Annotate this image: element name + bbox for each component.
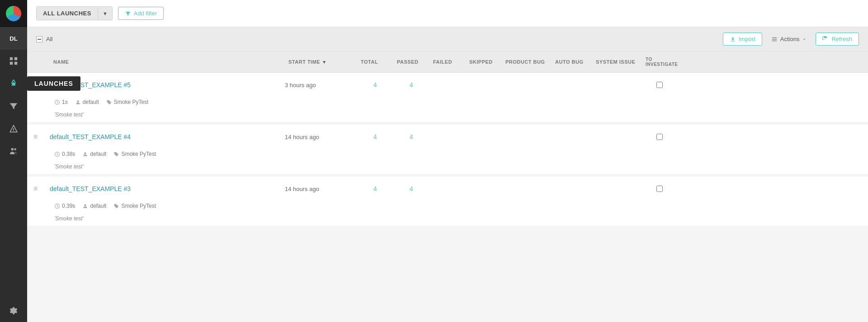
stat-passed: 4 xyxy=(393,185,429,192)
table-row: ≡ default_TEST_EXAMPLE #5 3 hours ago 4 … xyxy=(27,73,868,123)
row-checkbox[interactable] xyxy=(656,186,663,192)
warning-icon xyxy=(9,124,19,134)
sort-arrow-icon: ▼ xyxy=(322,60,326,65)
row-menu-icon[interactable]: ≡ xyxy=(32,131,50,143)
row-user: default xyxy=(82,203,106,209)
minus-icon xyxy=(38,39,41,40)
row-tags: Smoke PyTest xyxy=(113,203,156,209)
add-filter-button[interactable]: Add filter xyxy=(118,7,164,20)
launch-name[interactable]: default_TEST_EXAMPLE #3 xyxy=(50,185,285,192)
refresh-icon xyxy=(822,36,829,42)
app-logo xyxy=(0,0,27,27)
start-time: 14 hours ago xyxy=(285,134,357,140)
import-label: Import xyxy=(739,36,755,42)
th-auto-bug: AUTO BUG xyxy=(552,51,592,72)
sidebar-item-launches[interactable]: LAUNCHES xyxy=(0,72,27,95)
th-passed: PASSED xyxy=(393,51,429,72)
table-rows: ≡ default_TEST_EXAMPLE #5 3 hours ago 4 … xyxy=(27,73,868,227)
clock-icon xyxy=(54,203,60,209)
sidebar-item-members[interactable] xyxy=(0,140,27,163)
all-label: All xyxy=(46,36,52,42)
table-row: ≡ default_TEST_EXAMPLE #4 14 hours ago 4… xyxy=(27,125,868,175)
select-all-checkbox[interactable] xyxy=(36,36,42,42)
launches-dropdown-label: ALL LAUNCHES xyxy=(37,7,98,20)
row-main-0: ≡ default_TEST_EXAMPLE #5 3 hours ago 4 … xyxy=(27,73,868,97)
users-icon xyxy=(9,146,19,156)
row-main-2: ≡ default_TEST_EXAMPLE #3 14 hours ago 4… xyxy=(27,177,868,201)
row-main-1: ≡ default_TEST_EXAMPLE #4 14 hours ago 4… xyxy=(27,125,868,149)
row-tags: Smoke PyTest xyxy=(106,99,149,105)
refresh-button[interactable]: Refresh xyxy=(816,33,859,46)
logo-circle-icon xyxy=(6,6,21,21)
th-menu xyxy=(32,51,50,72)
main-content: ALL LAUNCHES ▼ Add filter All Import xyxy=(27,0,868,322)
th-skipped: SKIPPED xyxy=(466,51,502,72)
row-details: 0.38s default Smoke PyTest xyxy=(27,149,868,163)
th-start-time[interactable]: START TIME ▼ xyxy=(285,51,357,72)
th-product-bug: PRODUCT BUG xyxy=(502,51,552,72)
row-description: 'Smoke test' xyxy=(27,111,868,122)
row-menu-icon[interactable]: ≡ xyxy=(32,183,50,195)
settings-icon xyxy=(9,306,19,316)
row-user: default xyxy=(82,151,106,157)
sidebar-item-defects[interactable] xyxy=(0,117,27,140)
tag-icon xyxy=(113,151,119,157)
row-checkbox[interactable] xyxy=(656,82,663,88)
th-to-investigate: TO INVESTIGATE xyxy=(642,51,665,72)
row-duration: 0.38s xyxy=(54,151,75,157)
table-area: All Import Actions Refresh xyxy=(27,27,868,322)
svg-rect-3 xyxy=(14,62,17,65)
svg-rect-2 xyxy=(10,62,13,65)
row-description: 'Smoke test' xyxy=(27,163,868,174)
sidebar-tooltip: LAUNCHES xyxy=(27,76,80,91)
toolbar-left: All xyxy=(36,36,723,42)
launch-name[interactable]: default_TEST_EXAMPLE #5 xyxy=(50,81,285,89)
th-total: TOTAL xyxy=(357,51,393,72)
row-details: 1s default Smoke PyTest xyxy=(27,97,868,111)
svg-rect-10 xyxy=(772,39,777,39)
sidebar-item-filters[interactable] xyxy=(0,95,27,117)
row-duration: 1s xyxy=(54,99,68,105)
rocket-icon xyxy=(9,79,19,89)
svg-rect-0 xyxy=(10,57,13,60)
avatar[interactable]: DL xyxy=(0,27,27,50)
row-checkbox[interactable] xyxy=(656,134,663,140)
row-user: default xyxy=(75,99,99,105)
table-toolbar: All Import Actions Refresh xyxy=(27,27,868,51)
filter-icon xyxy=(9,101,19,111)
svg-rect-9 xyxy=(772,37,777,37)
launch-name[interactable]: default_TEST_EXAMPLE #4 xyxy=(50,133,285,140)
start-time: 14 hours ago xyxy=(285,186,357,192)
svg-rect-1 xyxy=(14,57,17,60)
actions-button[interactable]: Actions xyxy=(767,33,811,45)
tag-icon xyxy=(113,203,119,209)
tag-icon xyxy=(106,99,112,105)
stat-passed: 4 xyxy=(393,81,429,89)
add-filter-label: Add filter xyxy=(134,10,157,17)
row-description: 'Smoke test' xyxy=(27,215,868,226)
toolbar-right: Import Actions Refresh xyxy=(723,33,859,46)
table-header: NAME START TIME ▼ TOTAL PASSED FAILED SK… xyxy=(27,51,868,73)
table-row: ≡ default_TEST_EXAMPLE #3 14 hours ago 4… xyxy=(27,177,868,227)
dropdown-chevron-icon[interactable]: ▼ xyxy=(98,8,112,19)
th-failed: FAILED xyxy=(429,51,466,72)
svg-point-4 xyxy=(13,82,14,84)
user-icon xyxy=(82,151,88,157)
stat-passed: 4 xyxy=(393,133,429,140)
refresh-label: Refresh xyxy=(831,36,852,42)
user-icon xyxy=(82,203,88,209)
start-time: 3 hours ago xyxy=(285,82,357,89)
filter-bar: ALL LAUNCHES ▼ Add filter xyxy=(27,0,868,27)
stat-total: 4 xyxy=(357,185,393,192)
svg-point-13 xyxy=(77,100,79,102)
th-name: NAME xyxy=(50,51,285,72)
sidebar-item-dashboard[interactable] xyxy=(0,50,27,72)
import-button[interactable]: Import xyxy=(723,33,762,46)
launches-dropdown[interactable]: ALL LAUNCHES ▼ xyxy=(36,6,113,20)
th-system-issue: SYSTEM ISSUE xyxy=(592,51,642,72)
row-details: 0.39s default Smoke PyTest xyxy=(27,201,868,215)
user-icon xyxy=(75,99,81,105)
svg-rect-11 xyxy=(772,40,777,41)
sidebar-item-settings[interactable] xyxy=(0,299,27,322)
row-tags: Smoke PyTest xyxy=(113,151,156,157)
